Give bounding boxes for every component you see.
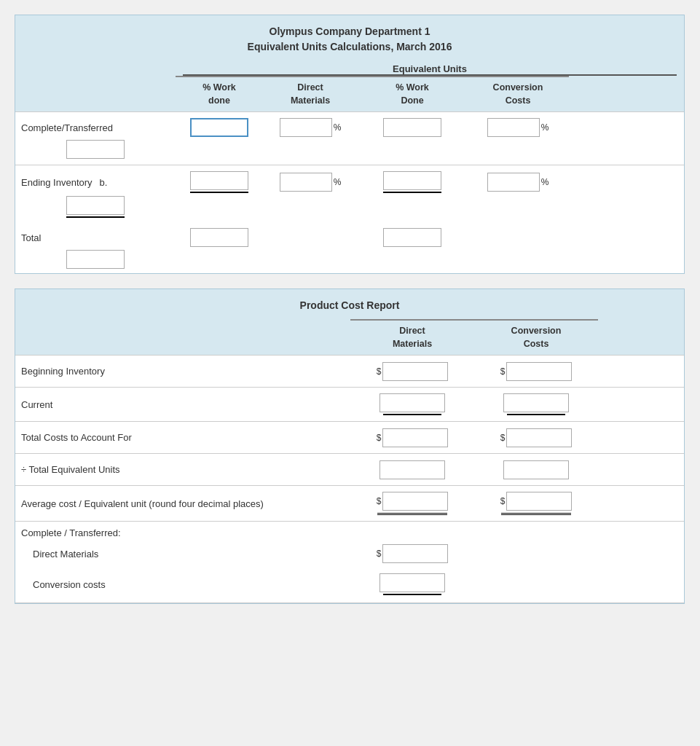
table-row: ÷ Total Equivalent Units xyxy=(15,453,684,485)
dollar-sign-4: $ xyxy=(500,433,506,443)
table-row: Ending Inventory b. % % xyxy=(15,165,684,224)
total-equiv-units-label: ÷ Total Equivalent Units xyxy=(15,460,350,479)
bottom-table-header: Product Cost Report xyxy=(15,289,684,319)
top-table-title-line2: Equivalent Units Calculations, March 201… xyxy=(21,39,678,55)
table-row: Beginning Inventory $ $ xyxy=(15,355,684,387)
percent-symbol-2: % xyxy=(541,122,549,133)
complete-transferred-pct2-col: % xyxy=(467,117,569,138)
avg-cost-cc-input[interactable] xyxy=(506,492,572,511)
dm-under-ct-cell: $ xyxy=(350,543,474,565)
avg-cost-label: Average cost / Equivalent unit (round fo… xyxy=(15,494,350,514)
total-costs-label: Total Costs to Account For xyxy=(15,428,350,447)
total-equiv-dm-input[interactable] xyxy=(380,460,445,479)
total-input-1[interactable] xyxy=(190,228,248,247)
ending-inventory-pct-input[interactable] xyxy=(280,173,332,192)
equiv-units-header: Equivalent Units xyxy=(183,60,677,76)
total-dm-col xyxy=(358,227,467,248)
dollar-sign-2: $ xyxy=(500,366,506,377)
current-label: Current xyxy=(15,395,350,415)
table-row: Average cost / Equivalent unit (round fo… xyxy=(15,485,684,521)
bottom-table: Product Cost Report DirectMaterials Conv… xyxy=(15,288,685,604)
avg-cost-dm-cell: $ xyxy=(350,490,474,517)
ending-inventory-note: b. xyxy=(100,177,108,188)
pct-col-header-cc: ConversionCosts xyxy=(474,319,598,355)
ending-inventory-pct-col: % xyxy=(263,171,358,193)
bottom-table-title: Product Cost Report xyxy=(21,298,678,313)
cc-under-ct-cell xyxy=(350,572,474,597)
current-cc-input[interactable] xyxy=(503,393,569,412)
percent-symbol-3: % xyxy=(334,177,342,187)
current-cc-cell xyxy=(474,392,598,417)
table-row: Current xyxy=(15,387,684,421)
beginning-inventory-dm-cell: $ xyxy=(350,361,474,382)
underline-3 xyxy=(66,216,125,218)
double-underline-dm xyxy=(377,513,447,515)
complete-transferred-input-col1 xyxy=(176,117,263,138)
dm-under-ct-label: Direct Materials xyxy=(15,546,350,562)
cc-ct-underline xyxy=(383,594,441,595)
avg-cost-cc-cell: $ xyxy=(474,490,598,517)
complete-transferred-cc-input[interactable] xyxy=(66,140,125,159)
table-row: Conversion costs xyxy=(15,569,684,603)
dm-under-ct-input[interactable] xyxy=(382,544,448,563)
total-blank-pct xyxy=(263,236,358,239)
total-input-col1 xyxy=(176,227,263,248)
percent-symbol-4: % xyxy=(541,177,549,187)
complete-transferred-dm-col xyxy=(358,117,467,138)
complete-transferred-label: Complete/Transferred xyxy=(15,119,176,136)
ending-inventory-dm-col xyxy=(358,170,467,195)
total-cc-input[interactable] xyxy=(66,250,125,269)
double-underline-cc xyxy=(501,513,571,515)
ending-inventory-cc-input[interactable] xyxy=(66,196,125,215)
complete-transferred-section: Complete / Transferred: xyxy=(15,521,684,540)
total-equiv-cc-input[interactable] xyxy=(503,460,569,479)
cc-under-ct-input[interactable] xyxy=(380,573,445,592)
col-header-direct-materials: DirectMaterials xyxy=(263,76,358,111)
col-headers-row: % Workdone DirectMaterials % WorkDone Co… xyxy=(15,76,684,111)
complete-transferred-pct2-input[interactable] xyxy=(487,118,540,137)
ending-inventory-pct2-input[interactable] xyxy=(487,173,540,192)
complete-transferred-section-label: Complete / Transferred: xyxy=(21,527,678,538)
beginning-inventory-label: Beginning Inventory xyxy=(15,361,350,381)
underline-1 xyxy=(190,192,248,193)
table-row: Complete/Transferred % % xyxy=(15,111,684,165)
total-cc-col xyxy=(15,248,176,270)
top-table-header: Olympus Company Department 1 Equivalent … xyxy=(15,15,684,60)
top-table-title-line1: Olympus Company Department 1 xyxy=(21,24,678,39)
dollar-sign-3: $ xyxy=(377,433,382,443)
dollar-sign-5: $ xyxy=(377,496,382,506)
complete-transferred-pct-input[interactable] xyxy=(280,118,332,137)
ending-inventory-input-1[interactable] xyxy=(190,171,248,190)
dollar-sign-1: $ xyxy=(377,366,382,377)
pct-col-header-blank xyxy=(15,319,350,355)
total-costs-dm-input[interactable] xyxy=(382,428,448,447)
total-costs-dm-cell: $ xyxy=(350,427,474,449)
ending-inventory-dm-input[interactable] xyxy=(383,171,441,190)
top-table: Olympus Company Department 1 Equivalent … xyxy=(15,15,685,274)
col-header-pct-work-done-1: % Workdone xyxy=(176,76,263,111)
avg-cost-dm-input[interactable] xyxy=(382,492,448,511)
total-blank-pct2 xyxy=(467,236,569,239)
dollar-sign-6: $ xyxy=(500,496,506,506)
beginning-inventory-dm-input[interactable] xyxy=(382,362,448,381)
complete-transferred-dm-input[interactable] xyxy=(383,118,441,137)
ending-inventory-pct2-col: % xyxy=(467,171,569,193)
complete-transferred-pct-col: % xyxy=(263,117,358,138)
ending-inventory-input-col1 xyxy=(176,170,263,195)
percent-symbol-1: % xyxy=(334,122,342,133)
table-row: Total Costs to Account For $ $ xyxy=(15,421,684,453)
beginning-inventory-cc-input[interactable] xyxy=(506,362,572,381)
total-costs-cc-input[interactable] xyxy=(506,428,572,447)
cc-under-ct-label: Conversion costs xyxy=(15,576,350,593)
dollar-sign-7: $ xyxy=(377,549,382,559)
beginning-inventory-cc-cell: $ xyxy=(474,361,598,382)
pct-col-header-dm: DirectMaterials xyxy=(350,319,474,355)
ending-inventory-cc-col xyxy=(15,195,176,219)
complete-transferred-cc-col xyxy=(15,138,176,160)
current-dm-input[interactable] xyxy=(380,393,445,412)
underline-2 xyxy=(383,192,441,193)
total-costs-cc-cell: $ xyxy=(474,427,598,449)
complete-transferred-input-1[interactable] xyxy=(190,118,248,137)
ending-inventory-label: Ending Inventory b. xyxy=(15,174,176,191)
total-dm-input[interactable] xyxy=(383,228,441,247)
